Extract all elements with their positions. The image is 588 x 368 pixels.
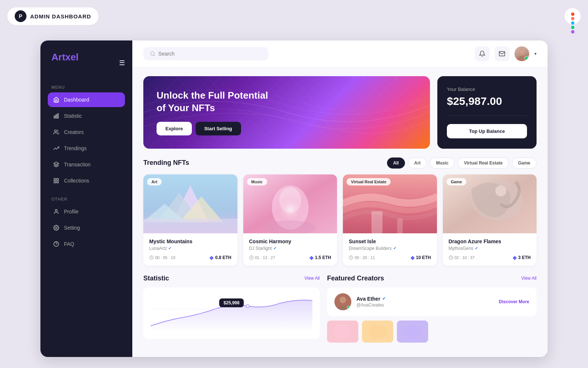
filter-tab-art[interactable]: Art [408,158,427,169]
layers-icon [53,161,60,168]
filter-tab-all[interactable]: All [387,158,405,169]
svg-point-49 [403,324,422,339]
creator-nft-thumbnails [327,321,537,343]
message-button[interactable] [495,46,509,61]
svg-rect-7 [57,181,58,183]
explore-button[interactable]: Explore [157,122,192,135]
dropdown-chevron-icon[interactable]: ▾ [534,51,537,56]
svg-rect-1 [56,115,57,118]
bell-icon [479,50,485,57]
other-section: Other Profile Setting [48,197,125,253]
topup-button[interactable]: Top Up Balance [447,124,527,138]
header-actions: ▾ [475,46,537,61]
mini-nft[interactable] [327,321,358,343]
sidebar-item-label: Statistic [64,113,82,119]
nft-badge: Game [447,178,467,185]
sidebar-item-creators[interactable]: Creators [48,125,125,139]
sidebar-item-label: Creators [64,129,84,135]
nft-price: ◆ 3 ETH [513,255,531,261]
sidebar-item-collections[interactable]: Collections [48,173,125,188]
sidebar-item-transaction[interactable]: Transaction [48,157,125,172]
filter-tabs: All Art Music Virtual Real Estate Game [387,158,537,169]
bottom-row: Statistic View All [143,275,537,343]
hero-banner: Unlock the Full Potential of Your NFTs E… [143,76,430,149]
svg-point-9 [55,209,57,211]
filter-tab-music[interactable]: Music [430,158,455,169]
nft-card[interactable]: Game Dragon Azure Flames MythosGens ✔ [443,174,537,266]
sidebar-item-label: Profile [64,209,79,215]
trending-up-icon [53,145,60,152]
svg-point-45 [333,324,352,339]
nft-thumbnail: Virtual Real Estate [343,174,437,233]
search-input[interactable] [158,51,262,57]
filter-tab-game[interactable]: Game [512,158,537,169]
start-selling-button[interactable]: Start Selling [196,122,241,135]
nft-thumbnail: Art [143,174,237,233]
featured-view-all[interactable]: View All [521,276,537,281]
sidebar-item-trendings[interactable]: Trendings [48,141,125,156]
discover-more-link[interactable]: Discover More [499,299,529,304]
search-box[interactable] [143,47,268,60]
nft-card[interactable]: Art Mystic Mountains LunaArtz ✔ [143,174,237,266]
online-indicator [347,306,351,309]
sidebar-item-profile[interactable]: Profile [48,204,125,219]
sidebar-item-label: Dashboard [64,97,89,103]
sidebar-item-dashboard[interactable]: Dashboard [48,92,125,107]
brand-title: ADMIN DASHBOARD [30,13,91,20]
eth-icon: ◆ [309,255,313,261]
svg-point-28 [275,195,305,224]
statistic-header: Statistic View All [143,275,320,282]
nft-name: Cosmic Harmony [249,238,331,244]
featured-title: Featured Creators [327,275,384,282]
header: ▾ [132,40,548,67]
sidebar-item-label: Setting [64,225,80,231]
sidebar-item-label: Trendings [64,145,87,151]
sidebar-item-statistic[interactable]: Statistic [48,109,125,123]
figma-icon[interactable] [564,8,581,24]
featured-section: Featured Creators View All [327,275,537,343]
hero-buttons: Explore Start Selling [157,122,417,135]
statistic-view-all[interactable]: View All [304,276,320,281]
trending-section: Trending NFTs All Art Music Virtual Real… [143,158,537,266]
mini-nft[interactable] [397,321,428,343]
question-icon [53,241,60,247]
sidebar-item-label: Collections [64,178,89,184]
nft-card[interactable]: Music Cosmic Harmony DJ Starlight ✔ [243,174,337,266]
balance-card: Your Balance $25,987.00 Top Up Balance [437,76,537,149]
nft-name: Mystic Mountains [149,238,232,244]
sidebar-item-setting[interactable]: Setting [48,220,125,235]
nft-grid: Art Mystic Mountains LunaArtz ✔ [143,174,537,266]
nft-card[interactable]: Virtual Real Estate Sunset Isle DreamSca… [343,174,437,266]
nft-time: 00 : 20 : 11 [349,255,375,260]
eth-icon: ◆ [209,255,214,261]
filter-tab-real-estate[interactable]: Virtual Real Estate [458,158,509,169]
avatar-image [514,46,529,61]
nft-info: Dragon Azure Flames MythosGens ✔ 02 : 10… [443,233,537,266]
notification-button[interactable] [475,46,490,61]
balance-amount: $25,987.00 [447,95,527,107]
hero-title: Unlock the Full Potential of Your NFTs [157,89,274,114]
nft-badge: Virtual Real Estate [347,178,391,185]
verified-icon: ✔ [382,296,386,301]
nft-creator: LunaArtz ✔ [149,246,232,251]
sidebar-item-label: FAQ [64,241,74,247]
brand-badge: P ADMIN DASHBOARD [7,7,98,25]
nft-footer: 00 : 20 : 11 ◆ 10 ETH [349,255,431,261]
content-area: ▾ Unlock the Full Pot [132,40,548,357]
svg-marker-4 [54,162,58,164]
svg-rect-2 [57,114,58,118]
svg-rect-8 [54,181,56,183]
svg-point-13 [151,52,154,55]
avatar[interactable] [514,46,529,61]
hamburger-icon[interactable]: ☰ [119,59,125,67]
creator-name: Ava Ether ✔ [356,296,494,302]
trending-title: Trending NFTs [143,159,189,167]
mini-nft[interactable] [362,321,393,343]
main-container: Artxel ☰ Menu Dashboard Statistic [40,40,548,357]
verified-icon: ✔ [273,246,277,251]
svg-point-42 [340,297,346,303]
menu-label: Menu [48,85,125,89]
nft-info: Mystic Mountains LunaArtz ✔ 00 : 05 : 10 [143,233,237,266]
sidebar-item-faq[interactable]: FAQ [48,237,125,251]
creator-row: Ava Ether ✔ @AvaCreates Discover More [327,287,537,316]
